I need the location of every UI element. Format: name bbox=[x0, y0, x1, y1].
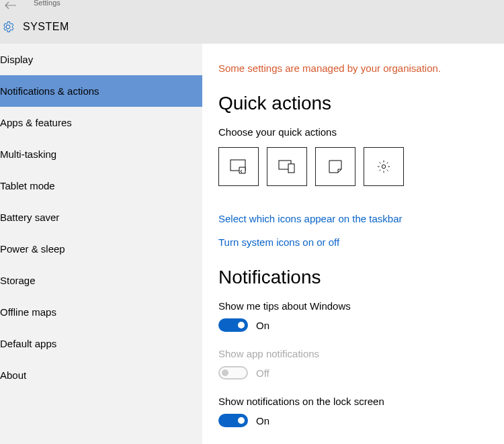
sidebar-item-label: About bbox=[0, 369, 26, 381]
back-arrow-icon bbox=[5, 1, 17, 9]
svg-rect-2 bbox=[288, 164, 294, 173]
all-settings-icon bbox=[376, 159, 391, 174]
settings-gear-icon bbox=[1, 20, 15, 34]
connect-icon bbox=[278, 160, 296, 173]
system-icons-link[interactable]: Turn system icons on or off bbox=[218, 236, 504, 248]
sidebar-item-label: Multi-tasking bbox=[0, 148, 56, 160]
toggle-label-lock: Show notifications on the lock screen bbox=[218, 396, 504, 407]
sidebar-item-notifications[interactable]: Notifications & actions bbox=[0, 75, 202, 107]
quick-action-tile-connect[interactable] bbox=[267, 147, 307, 186]
sidebar-item-display[interactable]: Display bbox=[0, 44, 202, 75]
managed-by-org-warning: Some settings are managed by your organi… bbox=[218, 62, 504, 74]
back-button[interactable] bbox=[4, 0, 17, 11]
sidebar-item-label: Default apps bbox=[0, 338, 56, 349]
quick-action-tile-settings[interactable] bbox=[364, 147, 404, 186]
breadcrumb[interactable]: Settings bbox=[34, 0, 60, 7]
note-icon bbox=[328, 159, 343, 174]
sidebar-item-multitasking[interactable]: Multi-tasking bbox=[0, 138, 202, 170]
toggle-tips[interactable] bbox=[218, 318, 248, 332]
quick-actions-heading: Quick actions bbox=[218, 93, 504, 114]
toggle-label-app-notif: Show app notifications bbox=[218, 348, 504, 359]
sidebar-item-battery[interactable]: Battery saver bbox=[0, 202, 202, 233]
toggle-state-tips: On bbox=[256, 320, 269, 331]
sidebar-item-defaultapps[interactable]: Default apps bbox=[0, 328, 202, 359]
tablet-mode-icon bbox=[230, 159, 247, 174]
sidebar-item-label: Notifications & actions bbox=[0, 85, 99, 97]
taskbar-icons-link[interactable]: Select which icons appear on the taskbar bbox=[218, 213, 504, 224]
sidebar-item-label: Display bbox=[0, 54, 33, 65]
toggle-app-notif bbox=[218, 366, 248, 380]
toggle-state-lock: On bbox=[256, 415, 269, 427]
sidebar-item-apps[interactable]: Apps & features bbox=[0, 107, 202, 138]
quick-action-tile-note[interactable] bbox=[315, 147, 355, 186]
toggle-lock[interactable] bbox=[218, 414, 248, 427]
notifications-heading: Notifications bbox=[218, 267, 504, 288]
sidebar-item-tablet[interactable]: Tablet mode bbox=[0, 170, 202, 202]
sidebar-item-storage[interactable]: Storage bbox=[0, 265, 202, 296]
toggle-state-app-notif: Off bbox=[256, 367, 269, 379]
sidebar-item-about[interactable]: About bbox=[0, 359, 202, 391]
sidebar-item-label: Offline maps bbox=[0, 306, 56, 318]
quick-actions-sub: Choose your quick actions bbox=[218, 126, 504, 138]
sidebar-item-label: Apps & features bbox=[0, 117, 72, 128]
toggle-label-tips: Show me tips about Windows bbox=[218, 300, 504, 312]
sidebar-item-label: Tablet mode bbox=[0, 180, 55, 191]
page-title: SYSTEM bbox=[23, 21, 69, 33]
sidebar-item-label: Power & sleep bbox=[0, 243, 65, 255]
sidebar-item-label: Storage bbox=[0, 275, 36, 286]
svg-point-3 bbox=[382, 165, 386, 169]
sidebar-item-label: Battery saver bbox=[0, 212, 59, 223]
sidebar-item-maps[interactable]: Offline maps bbox=[0, 296, 202, 328]
sidebar-item-power[interactable]: Power & sleep bbox=[0, 233, 202, 265]
sidebar: Display Notifications & actions Apps & f… bbox=[0, 44, 202, 444]
quick-action-tile-tablet[interactable] bbox=[218, 147, 259, 186]
